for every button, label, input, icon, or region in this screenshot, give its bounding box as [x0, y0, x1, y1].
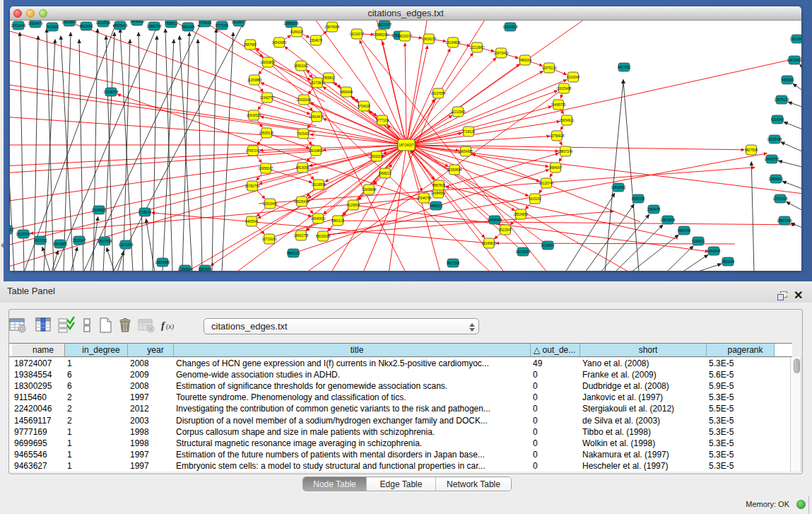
float-panel-icon[interactable]	[777, 291, 788, 301]
graph-node[interactable]: 18300295	[370, 151, 384, 161]
table-row[interactable]: 911546021997Tourette syndrome. Phenomeno…	[9, 392, 792, 403]
graph-node[interactable]: 16495755	[551, 100, 566, 110]
graph-node[interactable]: 18226058	[516, 247, 531, 256]
table-row[interactable]: 1830029562008Estimation of significance …	[9, 380, 792, 392]
table-row[interactable]: 969969511998Structural magnetic resonanc…	[9, 438, 792, 449]
graph-node[interactable]: 8587833	[199, 265, 212, 271]
delete-column-icon[interactable]	[116, 316, 134, 334]
graph-node[interactable]: 23676068	[661, 216, 676, 224]
column-header-title[interactable]: title	[174, 344, 531, 356]
graph-node[interactable]: 15654921	[560, 115, 575, 125]
column-header-short[interactable]: short	[580, 344, 707, 356]
graph-node[interactable]: 18220377	[377, 21, 392, 29]
graph-node[interactable]: 13626157	[422, 34, 437, 44]
close-panel-icon[interactable]: ✕	[794, 288, 803, 302]
graph-node[interactable]: 12353584	[447, 165, 462, 175]
tab-network-table[interactable]: Network Table	[436, 477, 511, 491]
graph-node[interactable]: 17046798	[417, 193, 432, 203]
graph-node[interactable]: 9827508	[447, 259, 460, 267]
graph-node[interactable]: 16640910	[130, 21, 145, 25]
column-header-pagerank[interactable]: pagerank	[707, 344, 775, 356]
graph-node[interactable]: 6216043	[771, 115, 784, 124]
graph-node[interactable]: 18325419	[113, 21, 128, 30]
column-header-year[interactable]: year	[128, 344, 174, 356]
graph-node[interactable]: 22420046	[11, 21, 26, 30]
graph-node[interactable]: 16914479	[28, 21, 43, 28]
graph-node[interactable]: 13505135	[259, 128, 274, 138]
graph-node[interactable]: 9465546	[245, 216, 259, 226]
tab-edge-table[interactable]: Edge Table	[367, 477, 436, 491]
graph-node[interactable]: 12342757	[260, 93, 275, 103]
graph-node[interactable]: 9129554	[347, 200, 360, 210]
graph-node[interactable]: 2687682	[244, 40, 257, 49]
table-row[interactable]: 2242004622012Investigating the contribut…	[9, 403, 792, 414]
graph-node[interactable]: 2354678	[647, 205, 661, 214]
graph-node[interactable]: 3684067	[549, 163, 563, 173]
graph-node[interactable]: 10025488	[767, 135, 782, 144]
graph-node[interactable]: 18325419	[295, 197, 310, 206]
graph-node[interactable]: 12409948	[488, 216, 502, 224]
new-table-icon[interactable]	[96, 316, 114, 334]
graph-node[interactable]: 10756928	[550, 131, 565, 141]
graph-node[interactable]: 18107554	[98, 237, 112, 245]
view-mode-icon[interactable]	[78, 316, 96, 334]
graph-node[interactable]: 11543519	[247, 110, 261, 120]
graph-node[interactable]: 18807249	[558, 146, 573, 156]
graph-node[interactable]: 18226058	[316, 231, 331, 241]
graph-node[interactable]: 8813054	[296, 163, 310, 173]
graph-node[interactable]: 12923446	[263, 199, 278, 209]
graph-node[interactable]: 9242848	[707, 247, 721, 255]
graph-node[interactable]: 9734028	[358, 101, 371, 111]
graph-node[interactable]: 2718126	[462, 127, 476, 136]
graph-node[interactable]: 16210077	[232, 21, 247, 26]
graph-node[interactable]: 18524851	[514, 209, 529, 219]
graph-node[interactable]: 7485063	[519, 55, 532, 65]
graph-node[interactable]: 8186328	[290, 27, 304, 37]
graph-node[interactable]: 16914479	[310, 112, 324, 122]
function-builder-icon[interactable]: f(x)	[160, 316, 178, 334]
table-scrollbar-thumb[interactable]	[794, 358, 800, 373]
graph-node[interactable]: 6216043	[567, 72, 580, 82]
tab-node-table[interactable]: Node Table	[303, 477, 367, 491]
graph-node[interactable]: 16495755	[765, 155, 779, 163]
graph-node[interactable]: 16154808	[503, 23, 518, 31]
graph-node[interactable]: 12213967	[470, 42, 485, 52]
graph-node[interactable]: 16120746	[539, 178, 554, 188]
delete-table-icon[interactable]	[137, 316, 155, 334]
graph-node[interactable]: 8498222	[379, 168, 392, 178]
graph-node[interactable]: 7955812	[165, 21, 178, 28]
graph-node[interactable]: 18724007	[398, 139, 415, 151]
graph-node[interactable]: 10719183	[262, 234, 277, 244]
graph-node[interactable]: 9827508	[745, 145, 758, 155]
graph-node[interactable]: 18807249	[777, 216, 792, 225]
graph-node[interactable]: 9777169	[376, 115, 389, 125]
graph-node[interactable]: 17046798	[104, 88, 119, 96]
graph-node[interactable]: 16033809	[62, 21, 77, 26]
graph-node[interactable]: 1615152	[529, 194, 542, 204]
panel-expand-arrow-icon[interactable]	[1, 243, 4, 248]
column-header-in_degree[interactable]: in_degree	[65, 344, 128, 356]
table-row[interactable]: 946554611997Estimation of the future num…	[9, 449, 792, 460]
graph-node[interactable]: 16961758	[147, 22, 162, 30]
graph-node[interactable]: 12213343	[119, 240, 134, 249]
graph-node[interactable]: 16782759	[245, 181, 260, 191]
graph-node[interactable]: 10973493	[494, 48, 509, 58]
graph-node[interactable]: 16033809	[309, 146, 324, 156]
table-row[interactable]: 946362711997Embryonic stem cells: a mode…	[9, 460, 792, 472]
graph-node[interactable]: 22420046	[297, 95, 312, 105]
graph-node[interactable]: 19218596	[312, 180, 326, 189]
graph-node[interactable]: 9146821	[692, 237, 705, 245]
graph-node[interactable]: 23676068	[325, 22, 340, 32]
graph-node[interactable]: 8186328	[632, 194, 645, 203]
graph-node[interactable]: 12213967	[790, 35, 801, 43]
graph-node[interactable]: 12975133	[542, 63, 557, 73]
table-row[interactable]: 1938455462009Genome-wide association stu…	[9, 369, 792, 380]
graph-node[interactable]: 7425402	[297, 129, 310, 139]
graph-node[interactable]: 10958167	[259, 163, 273, 173]
graph-node[interactable]: 8860123	[331, 216, 345, 226]
graph-node[interactable]: 16961758	[294, 230, 309, 240]
graph-node[interactable]: 19166825	[482, 238, 497, 248]
graph-node[interactable]: 3684067	[10, 226, 14, 234]
row-selection-icon[interactable]	[57, 316, 75, 334]
graph-node[interactable]: 18107554	[431, 88, 446, 98]
